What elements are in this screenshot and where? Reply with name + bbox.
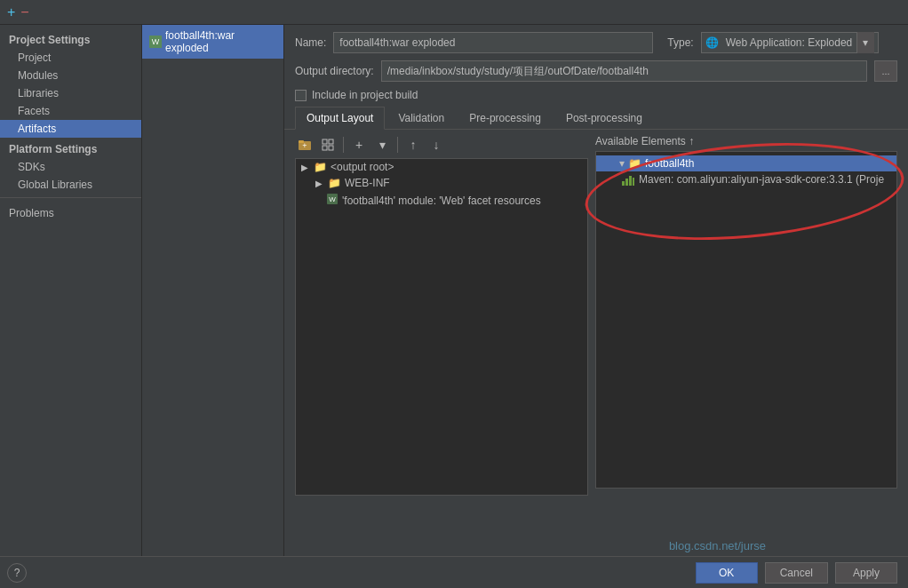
svg-rect-4	[329, 139, 333, 144]
toolbar-down-btn[interactable]: ↓	[426, 135, 446, 155]
output-dir-label: Output directory:	[295, 65, 374, 77]
svg-rect-11	[629, 176, 632, 186]
svg-rect-6	[329, 146, 333, 150]
sidebar-item-global-libraries[interactable]: Global Libraries	[0, 176, 141, 194]
web-inf-label: WEB-INF	[345, 177, 390, 189]
tab-validation[interactable]: Validation	[386, 107, 456, 129]
main-panel: Name: Type: 🌐 Web Application: Exploded …	[284, 25, 908, 588]
sidebar-item-sdks[interactable]: SDKs	[0, 158, 141, 176]
output-root-icon: 📁	[314, 161, 327, 173]
available-elements-area[interactable]: ▾ 📁 football4th M	[595, 151, 897, 489]
tree-arrow-web-inf: ▶	[315, 179, 324, 188]
toolbar-separator-2	[397, 137, 398, 153]
toolbar-up-btn[interactable]: ↑	[403, 135, 423, 155]
tab-post-processing[interactable]: Post-processing	[554, 107, 654, 129]
project-settings-title: Project Settings	[0, 28, 141, 49]
artifact-icon: W	[149, 36, 162, 48]
tab-output-layout[interactable]: Output Layout	[295, 107, 385, 130]
tree-item-web-inf[interactable]: ▶ 📁 WEB-INF	[296, 175, 587, 191]
help-button[interactable]: ?	[7, 563, 27, 583]
toolbar-separator-1	[343, 137, 344, 153]
tab-pre-processing[interactable]: Pre-processing	[458, 107, 553, 129]
include-project-build-row: Include in project build	[284, 85, 908, 105]
sidebar-item-problems[interactable]: Problems	[0, 202, 141, 225]
available-elements-panel: Available Elements ↑ ▾ 📁 football4th	[595, 135, 897, 563]
output-tree-area[interactable]: ▶ 📁 <output root> ▶ 📁 WEB-INF W	[295, 158, 588, 496]
module-resources-label: 'football4th' module: 'Web' facet resour…	[342, 195, 541, 207]
artifact-item[interactable]: W football4th:war exploded	[142, 25, 283, 59]
tree-arrow-output-root: ▶	[301, 163, 310, 172]
available-elements-title: Available Elements ↑	[595, 135, 694, 147]
output-directory-row: Output directory: ...	[284, 57, 908, 85]
output-dir-input[interactable]	[381, 60, 867, 82]
type-value: Web Application: Exploded	[726, 36, 853, 49]
avail-expand-arrow: ▾	[619, 157, 625, 170]
name-row: Name: Type: 🌐 Web Application: Exploded …	[284, 25, 908, 57]
available-elements-header: Available Elements ↑	[595, 135, 897, 147]
sidebar-divider	[0, 197, 141, 198]
sidebar-item-project[interactable]: Project	[0, 49, 141, 67]
avail-football4th-label: football4th	[645, 157, 694, 170]
toolbar-chevron-down-btn[interactable]: ▾	[372, 135, 392, 155]
tabs-bar: Output Layout Validation Pre-processing …	[284, 107, 908, 130]
browse-button[interactable]: ...	[874, 60, 897, 82]
output-tree-panel: + + ▾ ↑	[295, 135, 588, 563]
tree-item-module-resources[interactable]: W 'football4th' module: 'Web' facet reso…	[296, 191, 587, 210]
remove-artifact-button[interactable]: −	[20, 5, 28, 20]
avail-item-football4th[interactable]: ▾ 📁 football4th	[596, 155, 896, 171]
svg-text:W: W	[329, 195, 336, 203]
apply-button[interactable]: Apply	[835, 562, 897, 584]
svg-text:+: +	[302, 141, 307, 150]
platform-settings-title: Platform Settings	[0, 138, 141, 158]
type-dropdown-arrow[interactable]: ▾	[856, 32, 874, 53]
type-select[interactable]: 🌐 Web Application: Exploded ▾	[701, 32, 879, 53]
footer: ? OK Cancel Apply	[0, 556, 908, 588]
artifact-list-panel: W football4th:war exploded	[142, 25, 284, 588]
name-label: Name:	[295, 36, 326, 49]
type-label: Type:	[667, 36, 693, 49]
toolbar-add-btn[interactable]: +	[349, 135, 369, 155]
folder-add-icon: +	[298, 138, 312, 152]
maven-icon	[621, 173, 635, 187]
name-input[interactable]	[333, 32, 653, 53]
include-build-label: Include in project build	[312, 89, 418, 101]
artifact-name: football4th:war exploded	[165, 29, 276, 54]
ok-button[interactable]: OK	[696, 562, 758, 584]
output-layout-content: + + ▾ ↑	[284, 130, 908, 568]
output-tree-toolbar: + + ▾ ↑	[295, 135, 588, 155]
main-layout: Project Settings Project Modules Librari…	[0, 25, 908, 588]
web-inf-icon: 📁	[328, 177, 341, 189]
svg-rect-5	[323, 146, 327, 150]
add-artifact-button[interactable]: +	[7, 5, 15, 20]
sidebar-item-artifacts[interactable]: Artifacts	[0, 120, 141, 138]
sidebar-item-libraries[interactable]: Libraries	[0, 84, 141, 102]
module-resources-icon: W	[326, 193, 339, 208]
sidebar-item-modules[interactable]: Modules	[0, 67, 141, 84]
svg-rect-9	[622, 181, 625, 186]
svg-rect-10	[625, 179, 628, 186]
folder-icon: 📁	[628, 157, 641, 170]
avail-item-maven[interactable]: Maven: com.aliyun:aliyun-java-sdk-core:3…	[596, 171, 896, 188]
include-build-checkbox[interactable]	[295, 90, 307, 101]
cancel-button[interactable]: Cancel	[765, 562, 828, 584]
tree-item-output-root[interactable]: ▶ 📁 <output root>	[296, 159, 587, 175]
output-root-label: <output root>	[331, 161, 394, 173]
avail-maven-label: Maven: com.aliyun:aliyun-java-sdk-core:3…	[639, 173, 884, 186]
svg-rect-3	[323, 139, 327, 144]
sidebar-item-facets[interactable]: Facets	[0, 102, 141, 120]
toolbar-folder-btn[interactable]: +	[295, 135, 315, 155]
toolbar-grid-btn[interactable]	[318, 135, 338, 155]
svg-rect-12	[633, 178, 634, 186]
top-toolbar: + −	[0, 0, 908, 25]
grid-icon	[322, 139, 334, 151]
type-icon: 🌐	[705, 36, 719, 49]
sidebar: Project Settings Project Modules Librari…	[0, 25, 142, 588]
